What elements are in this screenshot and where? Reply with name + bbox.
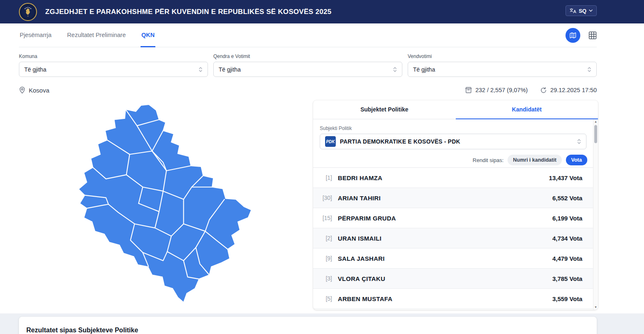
filter-label: Qendra e Votimit	[213, 53, 402, 59]
refresh-icon	[540, 87, 547, 94]
candidate-name: SALA JASHARI	[338, 255, 552, 262]
subject-select[interactable]: PDK PARTIA DEMOKRATIKE E KOSOVËS - PDK	[320, 134, 586, 149]
candidate-number: [30]	[320, 195, 332, 201]
candidate-votes: 6,199 Vota	[552, 215, 582, 222]
qendra-votimit-select-value: Të gjitha	[219, 66, 241, 73]
candidate-name: ARBEN MUSTAFA	[338, 295, 552, 302]
candidate-number: [2]	[320, 235, 332, 241]
scroll-down-arrow-icon[interactable]: ▼	[594, 306, 597, 309]
candidate-votes: 4,479 Vota	[552, 255, 582, 262]
language-code: SQ	[579, 8, 586, 14]
main-content: Pjesëmarrja Rezultatet Preliminare QKN	[0, 23, 644, 313]
updated-value: 29.12.2025 17:50	[550, 87, 597, 93]
map-view-button[interactable]	[566, 28, 580, 43]
candidate-number: [15]	[320, 215, 332, 221]
candidate-row[interactable]: [3] VLORA ÇITAKU 3,785 Vota	[313, 269, 593, 289]
map-icon	[569, 32, 577, 39]
page-title: ZGJEDHJET E PARAKOHSHME PËR KUVENDIN E R…	[45, 8, 332, 16]
candidate-row[interactable]: [1] BEDRI HAMZA 13,437 Vota	[313, 168, 593, 188]
counted-value: 232 / 2,557 (9,07%)	[475, 87, 528, 93]
vendvotimi-select[interactable]: Të gjitha	[408, 62, 597, 77]
candidate-name: VLORA ÇITAKU	[338, 275, 552, 282]
subject-label: Subjekti Politik	[320, 125, 586, 131]
candidate-votes: 13,437 Vota	[549, 174, 582, 181]
komuna-select[interactable]: Të gjitha	[19, 62, 208, 77]
results-panel: Subjektet Politike Kandidatët Subjekti P…	[313, 100, 598, 310]
candidate-name: PËRPARIM GRUDA	[338, 215, 552, 222]
filter-label: Vendvotimi	[408, 53, 597, 59]
table-icon	[589, 31, 597, 39]
panel-scrollbar[interactable]: ▲ ▼	[593, 119, 598, 310]
filter-qendra-e-votimit: Qendra e Votimit Të gjitha	[213, 53, 402, 77]
sort-by-votes-button[interactable]: Vota	[566, 155, 587, 165]
primary-nav: Pjesëmarrja Rezultatet Preliminare QKN	[19, 23, 597, 47]
bottom-section-title: Rezultatet sipas Subjekteve Politike	[26, 327, 589, 334]
candidate-row[interactable]: [30] ARIAN TAHIRI 6,552 Vota	[313, 188, 593, 208]
candidate-number: [1]	[320, 174, 332, 181]
filters: Komuna Të gjitha Qendra e Votimit Të gji…	[19, 53, 597, 77]
tab-kandidatet[interactable]: Kandidatët	[456, 100, 598, 119]
bottom-results-card: Rezultatet sipas Subjekteve Politike	[19, 317, 597, 334]
candidate-row[interactable]: [9] SALA JASHARI 4,479 Vota	[313, 248, 593, 269]
filter-vendvotimi: Vendvotimi Të gjitha	[408, 53, 597, 77]
location-pin-icon	[19, 86, 25, 94]
sort-label: Rendit sipas:	[473, 157, 503, 163]
panel-body: Subjekti Politik PDK PARTIA DEMOKRATIKE …	[313, 119, 598, 310]
tab-rezultatet-preliminare[interactable]: Rezultatet Preliminare	[66, 23, 127, 47]
scroll-up-arrow-icon[interactable]: ▲	[594, 120, 597, 123]
candidate-row[interactable]: [5] ARBEN MUSTAFA 3,559 Vota	[313, 289, 593, 309]
sort-row: Rendit sipas: Numri i kandidatit Vota	[313, 153, 593, 168]
tab-subjektet-politike[interactable]: Subjektet Politike	[313, 100, 456, 119]
candidate-row[interactable]: [2] URAN ISMAILI 4,734 Vota	[313, 228, 593, 248]
select-chevrons-icon	[587, 66, 591, 73]
candidate-name: BEDRI HAMZA	[338, 174, 549, 181]
sort-by-number-button[interactable]: Numri i kandidatit	[508, 155, 562, 165]
candidate-votes: 4,734 Vota	[552, 235, 582, 242]
select-chevrons-icon	[393, 66, 397, 73]
candidate-row[interactable]: [15] PËRPARIM GRUDA 6,199 Vota	[313, 208, 593, 228]
filter-label: Komuna	[19, 53, 208, 59]
selected-location: Kosova	[29, 87, 49, 94]
komuna-select-value: Të gjitha	[24, 66, 46, 73]
candidate-votes: 6,552 Vota	[552, 195, 582, 202]
ballot-box-icon	[465, 86, 472, 94]
candidate-name: ARIAN TAHIRI	[338, 195, 552, 202]
select-chevrons-icon	[577, 138, 581, 145]
candidate-number: [3]	[320, 275, 332, 282]
status-row: Kosova 232 / 2,557 (9,07%) 29.12.2025 17…	[19, 86, 597, 94]
candidate-name: URAN ISMAILI	[338, 235, 552, 242]
counted-status: 232 / 2,557 (9,07%)	[465, 86, 528, 94]
pdk-logo: PDK	[325, 136, 336, 147]
translate-icon	[570, 8, 576, 14]
candidate-number: [5]	[320, 295, 332, 302]
kosovo-coat-of-arms-logo	[19, 3, 37, 21]
kosovo-map[interactable]	[68, 101, 253, 306]
candidate-votes: 3,785 Vota	[552, 275, 582, 282]
language-selector[interactable]: SQ	[566, 5, 597, 16]
tab-pjesemarrja[interactable]: Pjesëmarrja	[19, 23, 52, 47]
kosovo-map-svg	[68, 101, 253, 306]
app-header: ZGJEDHJET E PARAKOHSHME PËR KUVENDIN E R…	[0, 0, 644, 23]
select-chevrons-icon	[199, 66, 203, 73]
coat-of-arms-icon	[21, 5, 35, 19]
candidate-votes: 3,559 Vota	[552, 295, 582, 302]
content-area: Subjektet Politike Kandidatët Subjekti P…	[19, 94, 597, 312]
vendvotimi-select-value: Të gjitha	[413, 66, 435, 73]
updated-status: 29.12.2025 17:50	[540, 87, 597, 94]
subject-select-value: PARTIA DEMOKRATIKE E KOSOVËS - PDK	[340, 138, 573, 145]
candidate-list: [1] BEDRI HAMZA 13,437 Vota [30] ARIAN T…	[313, 168, 593, 309]
candidate-number: [9]	[320, 255, 332, 262]
table-view-button[interactable]	[589, 31, 597, 39]
filter-komuna: Komuna Të gjitha	[19, 53, 208, 77]
panel-tabs: Subjektet Politike Kandidatët	[313, 100, 598, 119]
scrollbar-thumb[interactable]	[594, 125, 597, 143]
qendra-votimit-select[interactable]: Të gjitha	[213, 62, 402, 77]
tab-qkn[interactable]: QKN	[141, 23, 155, 47]
chevron-down-icon	[589, 9, 593, 12]
